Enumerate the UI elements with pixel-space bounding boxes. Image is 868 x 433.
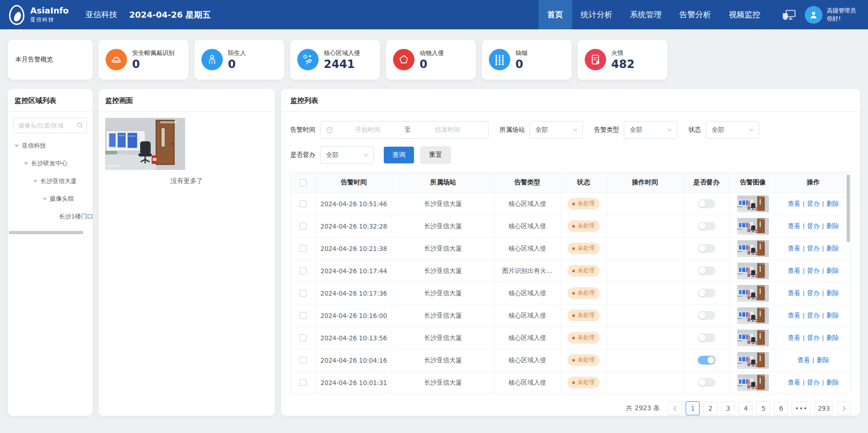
- supervise-toggle[interactable]: [698, 289, 715, 298]
- nav-item[interactable]: 视频监控: [720, 0, 769, 29]
- row-action-link[interactable]: 删除: [826, 200, 839, 208]
- row-action-link[interactable]: 删除: [826, 379, 839, 387]
- supervise-toggle[interactable]: [698, 356, 715, 365]
- row-checkbox[interactable]: [300, 223, 307, 230]
- cell-alarm-type: 图片识别出有火...: [494, 260, 561, 282]
- supervise-toggle[interactable]: [698, 311, 715, 320]
- status-badge: 未处理: [568, 287, 600, 299]
- row-checkbox[interactable]: [300, 200, 307, 207]
- alarm-type-select[interactable]: 全部: [624, 121, 677, 139]
- alarm-thumbnail[interactable]: [737, 307, 769, 324]
- row-action-link[interactable]: 督办: [807, 244, 820, 253]
- alarm-thumbnail[interactable]: [737, 330, 769, 346]
- row-action-link[interactable]: 督办: [807, 200, 820, 208]
- tree-item[interactable]: 长沙亚信大厦: [8, 172, 93, 190]
- row-action-link[interactable]: 删除: [826, 334, 839, 342]
- tree-item[interactable]: 长沙1楼门口: [8, 208, 93, 225]
- select-all-checkbox[interactable]: [300, 179, 307, 186]
- page-button[interactable]: 5: [756, 401, 770, 415]
- supervise-toggle[interactable]: [698, 199, 715, 208]
- cell-op-time: [607, 304, 683, 326]
- row-action-link[interactable]: 督办: [807, 334, 820, 342]
- row-action-link[interactable]: 查看: [788, 334, 801, 342]
- row-action-link[interactable]: 督办: [807, 289, 820, 298]
- row-action-link[interactable]: 查看: [788, 311, 801, 320]
- stat-value: 0: [515, 58, 527, 71]
- alarm-thumbnail[interactable]: [737, 285, 769, 302]
- row-checkbox[interactable]: [300, 334, 307, 341]
- row-action-link[interactable]: 督办: [807, 311, 820, 320]
- supervise-toggle[interactable]: [698, 333, 715, 342]
- supervise-select[interactable]: 全部: [320, 146, 374, 164]
- row-action-link[interactable]: 查看: [797, 356, 810, 365]
- supervise-toggle[interactable]: [698, 244, 715, 253]
- row-checkbox[interactable]: [300, 267, 307, 274]
- row-action-link[interactable]: 删除: [817, 356, 829, 365]
- supervise-toggle[interactable]: [698, 266, 715, 275]
- row-action-link[interactable]: 删除: [826, 311, 839, 320]
- prev-page-button[interactable]: [668, 401, 682, 415]
- status-dot-icon: [572, 292, 575, 295]
- row-checkbox[interactable]: [300, 290, 307, 297]
- screen-cast-icon[interactable]: [781, 9, 796, 20]
- cell-station: 长沙亚信大厦: [392, 215, 494, 237]
- row-action-link[interactable]: 查看: [788, 244, 801, 253]
- row-action-link[interactable]: 督办: [807, 379, 820, 387]
- page-button[interactable]: 3: [721, 401, 735, 415]
- alarm-thumbnail[interactable]: [737, 263, 769, 279]
- row-action-link[interactable]: 查看: [788, 200, 801, 208]
- tree-horizontal-scrollbar[interactable]: [9, 231, 83, 234]
- end-time-placeholder[interactable]: 结束时间: [413, 126, 482, 134]
- row-action-link[interactable]: 删除: [826, 289, 839, 298]
- row-action-link[interactable]: 查看: [788, 267, 801, 275]
- page-button[interactable]: 4: [739, 401, 753, 415]
- row-action-link[interactable]: 查看: [788, 222, 801, 230]
- row-checkbox[interactable]: [300, 379, 307, 386]
- table-vertical-scrollbar[interactable]: [847, 175, 850, 242]
- tree-item[interactable]: 摄像头组: [8, 190, 93, 208]
- status-badge: 未处理: [568, 243, 600, 254]
- status-select[interactable]: 全部: [706, 121, 759, 139]
- nav-item[interactable]: 告警分析: [671, 0, 720, 29]
- pagination: 共 2923 条 123456 ••• 293: [290, 401, 851, 415]
- avatar[interactable]: [805, 6, 822, 24]
- row-action-link[interactable]: 删除: [826, 267, 839, 275]
- last-page-button[interactable]: 293: [815, 401, 833, 415]
- start-time-placeholder[interactable]: 开始时间: [333, 126, 403, 134]
- row-action-link[interactable]: 督办: [807, 222, 820, 230]
- tree-item[interactable]: 长沙研发中心: [8, 155, 93, 172]
- page-button[interactable]: 2: [703, 401, 717, 415]
- alarm-thumbnail[interactable]: [737, 218, 769, 235]
- row-action-link[interactable]: 督办: [807, 267, 820, 275]
- alarm-time-range-input[interactable]: 开始时间 至 结束时间: [320, 121, 488, 139]
- row-checkbox[interactable]: [300, 245, 307, 252]
- row-action-link[interactable]: 删除: [826, 222, 839, 230]
- alarm-thumbnail[interactable]: [737, 240, 769, 257]
- nav-item[interactable]: 系统管理: [621, 0, 671, 29]
- tree-item[interactable]: 亚信科技: [8, 137, 93, 155]
- col-image: 告警图像: [730, 173, 776, 192]
- row-checkbox[interactable]: [300, 357, 307, 364]
- supervise-toggle[interactable]: [698, 378, 715, 387]
- nav-item[interactable]: 首页: [539, 0, 572, 29]
- alarm-thumbnail[interactable]: [737, 352, 769, 369]
- row-action-link[interactable]: 查看: [788, 289, 801, 298]
- station-select[interactable]: 全部: [529, 121, 583, 139]
- camera-search-input[interactable]: [13, 118, 87, 133]
- page-ellipsis[interactable]: •••: [792, 401, 811, 415]
- page-button[interactable]: 6: [774, 401, 788, 415]
- page-button[interactable]: 1: [686, 401, 700, 415]
- row-checkbox[interactable]: [300, 312, 307, 319]
- alarm-thumbnail[interactable]: [737, 196, 769, 212]
- reset-button[interactable]: 重置: [421, 147, 451, 163]
- row-action-link[interactable]: 删除: [826, 244, 839, 253]
- alarm-thumbnail[interactable]: [737, 374, 769, 391]
- next-page-button[interactable]: [837, 401, 851, 415]
- clock-icon: [326, 127, 333, 134]
- camera-preview-image[interactable]: [105, 118, 185, 170]
- search-button[interactable]: 查询: [384, 147, 414, 163]
- cell-actions: 查看|督办|删除: [776, 327, 850, 349]
- nav-item[interactable]: 统计分析: [572, 0, 621, 29]
- row-action-link[interactable]: 查看: [788, 379, 801, 387]
- supervise-toggle[interactable]: [698, 222, 715, 230]
